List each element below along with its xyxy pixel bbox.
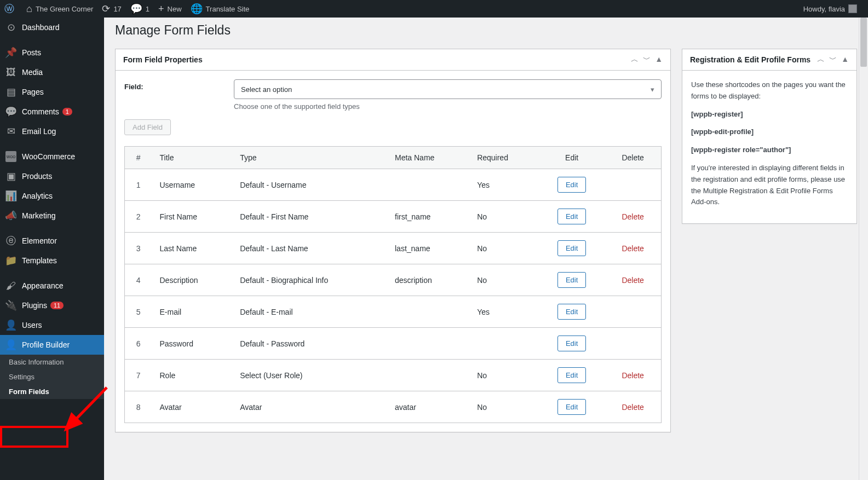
menu-media[interactable]: 🖼Media (0, 62, 104, 82)
plus-icon: + (158, 4, 164, 14)
row-required: No (469, 391, 539, 423)
move-down-button[interactable]: ﹀ (829, 55, 837, 65)
menu-profile-builder[interactable]: 👤Profile Builder (0, 335, 104, 355)
move-down-button[interactable]: ﹀ (643, 55, 651, 65)
submenu-basic-info[interactable]: Basic Information (0, 355, 104, 369)
table-row: 6PasswordDefault - PasswordEdit (125, 328, 662, 360)
row-title: Last Name (152, 233, 233, 264)
brush-icon: 🖌 (5, 280, 16, 291)
menu-pages[interactable]: ▤Pages (0, 82, 104, 102)
delete-link[interactable]: Delete (622, 244, 643, 253)
translate-icon: 🌐 (191, 4, 203, 14)
new-content-link[interactable]: +New (154, 0, 186, 18)
col-edit: Edit (539, 147, 605, 169)
move-up-button[interactable]: ︿ (631, 55, 639, 65)
delete-link[interactable]: Delete (622, 276, 643, 285)
menu-woocommerce[interactable]: wooWooCommerce (0, 147, 104, 166)
field-type-select[interactable]: Select an option ▾ (234, 79, 662, 99)
menu-comments[interactable]: 💬Comments1 (0, 102, 104, 122)
admin-toolbar: ⓦ ⌂The Green Corner ⟳17 💬1 +New 🌐Transla… (0, 0, 868, 18)
menu-elementor[interactable]: ⓔElementor (0, 231, 104, 251)
page-title: Manage Form Fields (115, 23, 857, 38)
admin-sidebar: ⊙Dashboard 📌Posts 🖼Media ▤Pages 💬Comment… (0, 18, 104, 480)
row-number: 5 (125, 296, 152, 328)
toggle-panel-button[interactable]: ▲ (841, 55, 849, 65)
submenu-form-fields[interactable]: Form Fields (0, 384, 104, 399)
wordpress-icon: ⓦ (4, 4, 14, 14)
submenu-settings[interactable]: Settings (0, 369, 104, 384)
comment-icon: 💬 (5, 106, 16, 117)
menu-products[interactable]: ▣Products (0, 166, 104, 186)
edit-button[interactable]: Edit (557, 240, 586, 256)
row-required: No (469, 264, 539, 296)
row-title: Password (152, 328, 233, 360)
row-number: 7 (125, 360, 152, 391)
toggle-panel-button[interactable]: ▲ (655, 55, 663, 65)
updates-link[interactable]: ⟳17 (97, 0, 125, 18)
row-meta (387, 296, 469, 328)
menu-posts[interactable]: 📌Posts (0, 43, 104, 62)
form-field-properties-box: Form Field Properties ︿ ﹀ ▲ Field: Selec… (115, 49, 671, 432)
row-meta: description (387, 264, 469, 296)
row-meta (387, 328, 469, 360)
comments-badge: 1 (62, 108, 72, 115)
properties-heading: Form Field Properties (123, 55, 203, 64)
menu-users[interactable]: 👤Users (0, 315, 104, 335)
comments-link[interactable]: 💬1 (126, 0, 154, 18)
menu-appearance[interactable]: 🖌Appearance (0, 276, 104, 296)
edit-button[interactable]: Edit (557, 399, 586, 415)
menu-dashboard[interactable]: ⊙Dashboard (0, 18, 104, 37)
main-content: Manage Form Fields Form Field Properties… (104, 18, 868, 480)
row-required (469, 328, 539, 360)
edit-button[interactable]: Edit (557, 367, 586, 383)
menu-analytics[interactable]: 📊Analytics (0, 186, 104, 206)
row-required: Yes (469, 169, 539, 201)
col-delete: Delete (605, 147, 661, 169)
row-number: 3 (125, 233, 152, 264)
table-row: 7RoleSelect (User Role)NoEditDelete (125, 360, 662, 391)
delete-link[interactable]: Delete (622, 212, 643, 221)
scrollbar-thumb[interactable] (860, 18, 867, 67)
delete-link[interactable]: Delete (622, 403, 643, 412)
row-number: 2 (125, 201, 152, 233)
delete-link[interactable]: Delete (622, 371, 643, 380)
translate-label: Translate Site (206, 5, 250, 13)
dashboard-icon: ⊙ (5, 22, 16, 33)
edit-button[interactable]: Edit (557, 272, 586, 288)
move-up-button[interactable]: ︿ (817, 55, 825, 65)
edit-button[interactable]: Edit (557, 336, 586, 351)
plug-icon: 🔌 (5, 300, 16, 311)
table-row: 3Last NameDefault - Last Namelast_nameNo… (125, 233, 662, 264)
menu-marketing[interactable]: 📣Marketing (0, 206, 104, 225)
table-row: 5E-mailDefault - E-mailYesEdit (125, 296, 662, 328)
page-icon: ▤ (5, 86, 16, 97)
row-required: No (469, 360, 539, 391)
menu-templates[interactable]: 📁Templates (0, 251, 104, 270)
window-scrollbar[interactable]: ▴ (859, 0, 868, 480)
woo-icon: woo (5, 151, 16, 162)
row-required: Yes (469, 296, 539, 328)
table-row: 1UsernameDefault - UsernameYesEdit (125, 169, 662, 201)
row-title: Avatar (152, 391, 233, 423)
edit-button[interactable]: Edit (557, 177, 586, 193)
edit-button[interactable]: Edit (557, 209, 586, 224)
site-link[interactable]: ⌂The Green Corner (22, 0, 97, 18)
row-meta (387, 169, 469, 201)
row-type: Default - Password (232, 328, 387, 360)
menu-plugins[interactable]: 🔌Plugins11 (0, 296, 104, 315)
pin-icon: 📌 (5, 47, 16, 58)
row-meta (387, 360, 469, 391)
chevron-down-icon: ▾ (651, 85, 654, 94)
menu-email-log[interactable]: ✉Email Log (0, 122, 104, 141)
row-number: 4 (125, 264, 152, 296)
translate-link[interactable]: 🌐Translate Site (186, 0, 254, 18)
archive-icon: ▣ (5, 171, 16, 182)
folder-icon: 📁 (5, 255, 16, 266)
table-row: 8AvatarAvataravatarNoEditDelete (125, 391, 662, 423)
edit-button[interactable]: Edit (557, 304, 586, 320)
col-number: # (125, 147, 152, 169)
account-link[interactable]: Howdy, flavia (799, 0, 861, 18)
table-row: 4DescriptionDefault - Biographical Infod… (125, 264, 662, 296)
wp-logo[interactable]: ⓦ (0, 0, 22, 18)
add-field-button[interactable]: Add Field (124, 119, 171, 135)
